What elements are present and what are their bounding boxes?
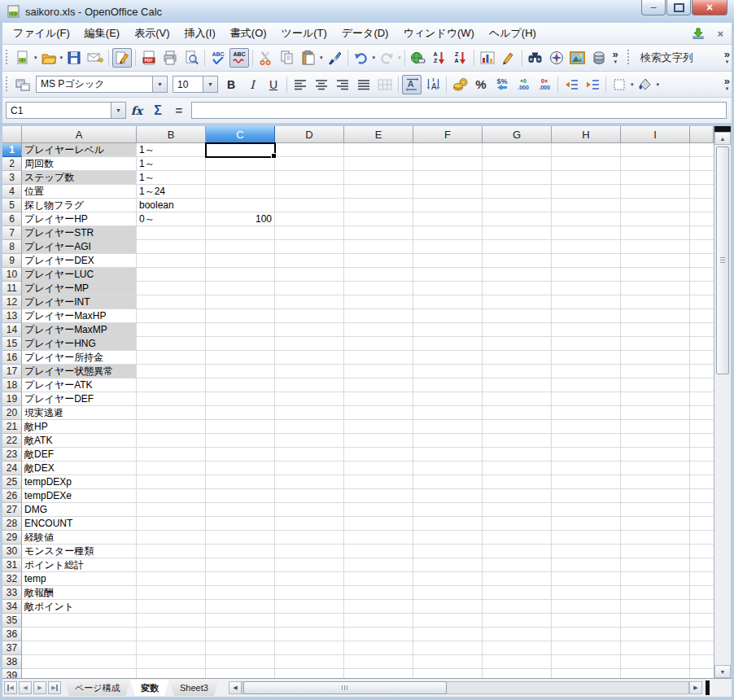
paste-button[interactable]: [299, 48, 318, 68]
cell-F6[interactable]: [413, 212, 483, 226]
cell-E6[interactable]: [344, 212, 413, 226]
cell-partial-7[interactable]: [690, 226, 714, 240]
cell-H35[interactable]: [552, 614, 621, 628]
cell-D29[interactable]: [275, 531, 344, 545]
cell-I36[interactable]: [621, 628, 690, 641]
email-button[interactable]: [85, 48, 105, 68]
cell-F5[interactable]: [413, 199, 483, 212]
cell-D2[interactable]: [275, 157, 344, 171]
cell-H28[interactable]: [552, 517, 621, 531]
draw-functions-button[interactable]: [499, 48, 518, 68]
cell-B21[interactable]: [137, 420, 206, 434]
align-right-button[interactable]: [333, 75, 352, 94]
cell-D33[interactable]: [275, 586, 344, 600]
cell-B24[interactable]: [137, 462, 206, 475]
cell-F29[interactable]: [413, 531, 483, 545]
hscroll-right-button[interactable]: ▶: [689, 681, 702, 694]
cell-F33[interactable]: [413, 586, 483, 600]
cell-G33[interactable]: [483, 586, 552, 600]
cell-H6[interactable]: [552, 212, 621, 226]
cell-H7[interactable]: [552, 226, 621, 240]
menu-item[interactable]: ファイル(F): [6, 24, 77, 43]
cell-A14[interactable]: プレイヤーMaxMP: [22, 323, 137, 337]
cell-B10[interactable]: [137, 268, 206, 282]
standard-toolbar-overflow[interactable]: » ▾: [613, 50, 618, 65]
styles-button[interactable]: [13, 75, 33, 94]
column-header-I[interactable]: I: [621, 126, 690, 143]
cell-partial-10[interactable]: [690, 268, 714, 282]
cell-H3[interactable]: [552, 171, 621, 185]
cell-E19[interactable]: [344, 392, 413, 406]
cell-G3[interactable]: [483, 171, 552, 185]
align-justify-button[interactable]: [354, 75, 374, 94]
cell-B13[interactable]: [137, 309, 206, 323]
cell-partial-1[interactable]: [690, 143, 714, 157]
cell-H1[interactable]: [552, 143, 621, 157]
cell-H37[interactable]: [552, 641, 621, 655]
cell-D34[interactable]: [275, 600, 344, 614]
cell-G36[interactable]: [483, 628, 552, 641]
cell-E5[interactable]: [344, 199, 413, 212]
vertical-scrollbar[interactable]: ▲ ▼: [714, 126, 731, 678]
cell-partial-12[interactable]: [690, 295, 714, 309]
row-header-34[interactable]: 34: [2, 600, 22, 614]
borders-dropdown[interactable]: ▾: [631, 81, 634, 88]
cell-I12[interactable]: [621, 295, 690, 309]
cell-I30[interactable]: [621, 545, 690, 558]
cell-C34[interactable]: [206, 600, 275, 614]
cell-H25[interactable]: [552, 475, 621, 489]
menu-item[interactable]: ヘルプ(H): [482, 24, 544, 43]
borders-button[interactable]: [609, 75, 629, 94]
hyperlink-button[interactable]: [409, 48, 428, 68]
cell-partial-29[interactable]: [690, 531, 714, 545]
cell-I26[interactable]: [621, 489, 690, 503]
column-header-F[interactable]: F: [413, 126, 483, 143]
print-button[interactable]: [160, 48, 180, 68]
cell-H14[interactable]: [552, 323, 621, 337]
cell-B11[interactable]: [137, 282, 206, 295]
cell-H5[interactable]: [552, 199, 621, 212]
column-header-B[interactable]: B: [137, 126, 206, 143]
cell-D36[interactable]: [275, 628, 344, 641]
cell-G24[interactable]: [483, 462, 552, 475]
cell-I35[interactable]: [621, 614, 690, 628]
row-header-32[interactable]: 32: [2, 572, 22, 586]
bold-button[interactable]: B: [221, 75, 241, 94]
cell-E14[interactable]: [344, 323, 413, 337]
cell-F9[interactable]: [413, 254, 483, 268]
cell-G14[interactable]: [483, 323, 552, 337]
cell-E32[interactable]: [344, 572, 413, 586]
fill-handle[interactable]: [271, 153, 277, 159]
cell-C5[interactable]: [206, 199, 275, 212]
sum-button[interactable]: Σ: [147, 102, 168, 120]
text-direction-horizontal-button[interactable]: A: [402, 75, 422, 94]
cell-G4[interactable]: [483, 185, 552, 199]
cell-C17[interactable]: [206, 365, 275, 378]
cell-G26[interactable]: [483, 489, 552, 503]
cell-E12[interactable]: [344, 295, 413, 309]
cell-H13[interactable]: [552, 309, 621, 323]
update-available-icon[interactable]: [691, 28, 706, 39]
cell-G20[interactable]: [483, 406, 552, 420]
row-header-36[interactable]: 36: [2, 628, 22, 641]
cell-G11[interactable]: [483, 282, 552, 295]
cell-I27[interactable]: [621, 503, 690, 517]
cell-I29[interactable]: [621, 531, 690, 545]
cell-A27[interactable]: DMG: [22, 503, 137, 517]
cell-partial-34[interactable]: [690, 600, 714, 614]
cut-button[interactable]: [256, 48, 276, 68]
cell-C32[interactable]: [206, 572, 275, 586]
cell-B26[interactable]: [137, 489, 206, 503]
cell-partial-39[interactable]: [690, 669, 714, 678]
cell-B15[interactable]: [137, 337, 206, 351]
cell-H27[interactable]: [552, 503, 621, 517]
cell-C8[interactable]: [206, 240, 275, 254]
cell-partial-13[interactable]: [690, 309, 714, 323]
cell-G8[interactable]: [483, 240, 552, 254]
cell-G32[interactable]: [483, 572, 552, 586]
cell-A13[interactable]: プレイヤーMaxHP: [22, 309, 137, 323]
cell-C29[interactable]: [206, 531, 275, 545]
row-header-33[interactable]: 33: [2, 586, 22, 600]
cell-D3[interactable]: [275, 171, 344, 185]
cell-A20[interactable]: 現実逃避: [22, 406, 137, 420]
